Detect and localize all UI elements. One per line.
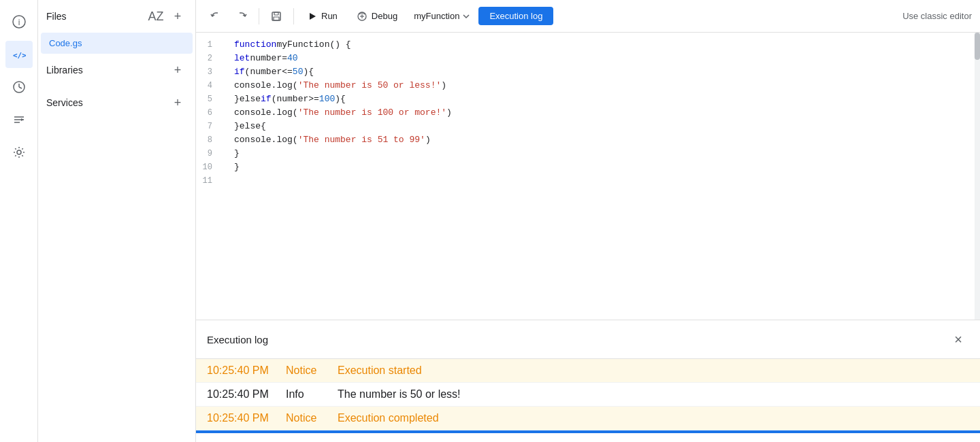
exec-log-level: Info — [286, 388, 327, 401]
svg-point-9 — [17, 150, 21, 154]
undo-button[interactable] — [204, 6, 227, 27]
exec-log-time: 10:25:40 PM — [207, 388, 275, 401]
exec-log-button[interactable]: Execution log — [478, 7, 553, 25]
code-line: function myFunction() { — [234, 38, 980, 52]
clock-icon-btn[interactable] — [5, 73, 33, 101]
exec-log-header: Execution log × — [196, 320, 980, 359]
sort-files-button[interactable]: AZ — [146, 7, 165, 26]
exec-log-row: 10:25:40 PMNoticeExecution started — [196, 359, 980, 383]
editor-area[interactable]: 1234567891011 function myFunction() { le… — [196, 33, 980, 320]
line-number: 2 — [201, 52, 218, 65]
code-line: if(number <= 50){ — [234, 65, 980, 79]
svg-text:i: i — [18, 18, 20, 27]
code-icon-btn[interactable]: </> — [5, 41, 33, 68]
code-container: 1234567891011 function myFunction() { le… — [196, 33, 980, 193]
line-number: 7 — [201, 120, 218, 133]
line-number: 10 — [201, 160, 218, 174]
files-actions: AZ + — [146, 7, 187, 26]
run-label: Run — [321, 11, 338, 21]
main-area: Run Debug myFunction Execution log Use c… — [196, 0, 980, 442]
toolbar-divider-2 — [293, 8, 294, 24]
code-line: console.log('The number is 51 to 99') — [234, 133, 980, 147]
code-lines[interactable]: function myFunction() { let number = 40 … — [223, 38, 980, 188]
line-numbers: 1234567891011 — [196, 38, 223, 188]
classic-editor-link[interactable]: Use classic editor — [902, 11, 972, 21]
add-file-button[interactable]: + — [168, 7, 187, 26]
save-button[interactable] — [265, 6, 288, 27]
code-line: }else{ — [234, 120, 980, 133]
line-number: 9 — [201, 147, 218, 160]
exec-log-time: 10:25:40 PM — [207, 364, 275, 377]
exec-log-time: 10:25:40 PM — [207, 412, 275, 424]
code-line: }else if(number >= 100){ — [234, 92, 980, 106]
code-line: console.log('The number is 100 or more!'… — [234, 106, 980, 120]
exec-log-row: 10:25:40 PMInfoThe number is 50 or less! — [196, 383, 980, 407]
svg-marker-13 — [310, 13, 316, 20]
redo-button[interactable] — [230, 6, 253, 27]
code-line: } — [234, 147, 980, 160]
exec-log-panel: Execution log × 10:25:40 PMNoticeExecuti… — [196, 320, 980, 442]
exec-log-close-button[interactable]: × — [947, 328, 969, 350]
svg-text:</>: </> — [13, 51, 26, 60]
exec-log-level: Notice — [286, 412, 327, 424]
libraries-label: Libraries — [46, 65, 83, 75]
code-line — [234, 174, 980, 188]
editor-exec-container: 1234567891011 function myFunction() { le… — [196, 33, 980, 442]
toolbar: Run Debug myFunction Execution log Use c… — [196, 0, 980, 33]
exec-log-row: 10:25:40 PMNoticeExecution completed — [196, 407, 980, 430]
code-line: } — [234, 160, 980, 174]
scrollbar-thumb[interactable] — [975, 33, 980, 60]
exec-log-title: Execution log — [207, 334, 268, 345]
libraries-section[interactable]: Libraries + — [38, 54, 195, 86]
services-label: Services — [46, 97, 83, 108]
sidebar: Files AZ + Code.gs Libraries + Services … — [38, 0, 196, 442]
exec-log-rows: 10:25:40 PMNoticeExecution started10:25:… — [196, 359, 980, 430]
line-number: 6 — [201, 106, 218, 120]
file-item-code-gs[interactable]: Code.gs — [41, 33, 193, 54]
svg-line-5 — [19, 87, 22, 88]
function-selector[interactable]: myFunction — [408, 7, 476, 25]
services-section[interactable]: Services + — [38, 86, 195, 119]
line-number: 4 — [201, 79, 218, 92]
line-number: 3 — [201, 65, 218, 79]
code-line: let number = 40 — [234, 52, 980, 65]
debug-label: Debug — [372, 11, 397, 21]
exec-log-bottom-bar — [196, 430, 980, 433]
exec-log-message: Execution completed — [338, 412, 439, 424]
add-library-button[interactable]: + — [168, 61, 187, 80]
exec-log-level: Notice — [286, 364, 327, 377]
files-header: Files AZ + — [38, 0, 195, 33]
exec-log-message: Execution started — [338, 364, 422, 377]
debug-button[interactable]: Debug — [348, 7, 406, 26]
function-name: myFunction — [414, 11, 459, 21]
line-number: 11 — [201, 174, 218, 188]
files-title: Files — [46, 11, 67, 22]
info-icon-btn[interactable]: i — [5, 8, 33, 35]
settings-icon-btn[interactable] — [5, 139, 33, 166]
line-number: 5 — [201, 92, 218, 106]
toolbar-divider-1 — [259, 8, 259, 24]
exec-log-message: The number is 50 or less! — [338, 388, 461, 401]
code-line: console.log('The number is 50 or less!') — [234, 79, 980, 92]
line-number: 8 — [201, 133, 218, 147]
line-number: 1 — [201, 38, 218, 52]
icon-bar: i </> — [0, 0, 38, 442]
scrollbar-track[interactable] — [975, 33, 980, 320]
add-service-button[interactable]: + — [168, 93, 187, 112]
run-button[interactable]: Run — [299, 7, 346, 25]
trigger-icon-btn[interactable] — [5, 106, 33, 133]
